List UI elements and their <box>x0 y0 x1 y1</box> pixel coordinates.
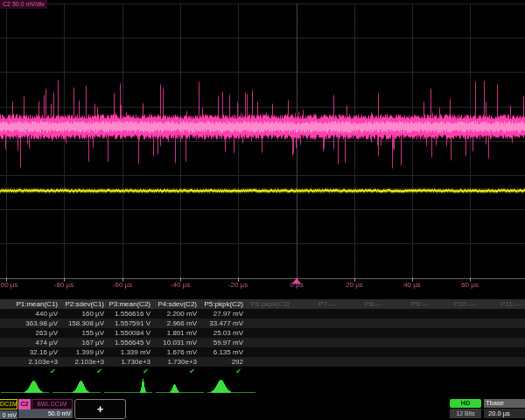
measurement-value: 27.97 mV <box>200 310 246 318</box>
measurement-value: 1.556645 V <box>107 339 153 346</box>
measurement-value: 1.730e+3 <box>153 358 200 366</box>
measurement-header[interactable]: P8:--- <box>339 300 385 308</box>
timebase-value: 20.0 µs <box>484 409 525 418</box>
channel-descriptor-c1[interactable]: DC1M 0 mV <box>0 399 18 419</box>
descriptor-bar: DC1M 0 mV C2 BWL DC1M 50.0 mV + HD 12 Bi… <box>0 398 525 420</box>
measurement-value: 2.200 mV <box>153 310 200 318</box>
measurement-value: 1.550084 V <box>107 329 153 337</box>
measurement-histicons[interactable] <box>0 377 525 396</box>
time-axis-label: -20 µs <box>228 281 248 289</box>
time-axis-label: -80 µs <box>54 281 74 289</box>
timebase-label: Tbase <box>484 399 525 408</box>
c2-coupling-label: BWL DC1M <box>32 399 73 410</box>
measurement-value: 363.98 µV <box>14 319 60 327</box>
measurement-value: 440 µV <box>14 310 60 318</box>
measurement-value: 6.135 mV <box>200 348 246 356</box>
measurement-value: 2.966 mV <box>153 319 200 327</box>
measurement-header[interactable]: P3:mean(C2) <box>107 300 153 308</box>
measurement-value: 25.03 mV <box>200 329 246 337</box>
measurement-value: 2.103e+3 <box>14 358 60 366</box>
measurement-value: 32.16 µV <box>14 348 60 356</box>
time-axis-label: 0 µs <box>290 281 303 289</box>
measurement-header[interactable]: P10:--- <box>431 300 478 308</box>
measurement-value: 1.339 mV <box>107 348 153 356</box>
add-trace-button[interactable]: + <box>74 399 126 419</box>
waveform-display[interactable] <box>0 0 525 292</box>
hd-badge: HD <box>450 399 481 408</box>
hd-mode-indicator[interactable]: HD 12 Bits <box>450 399 481 418</box>
measurement-header[interactable]: P6:pkpk(C3) <box>246 300 292 308</box>
measurement-header[interactable]: P5:pkpk(C2) <box>200 300 246 308</box>
timebase-descriptor[interactable]: Tbase 20.0 µs <box>484 399 525 418</box>
oscilloscope-screen: C2 50.0 mV/div -100 µs-80 µs-60 µs-40 µs… <box>0 0 525 420</box>
time-axis: -100 µs-80 µs-60 µs-40 µs-20 µs0 µs20 µs… <box>0 281 525 291</box>
measurement-value: 155 µV <box>60 329 107 337</box>
time-axis-label: -60 µs <box>113 281 132 289</box>
time-axis-label: 40 µs <box>403 281 421 289</box>
time-axis-label: -40 µs <box>171 281 190 289</box>
measurement-value: 59.97 mV <box>200 339 246 346</box>
c2-volts-per-div: 50.0 mV <box>18 410 73 418</box>
time-axis-label: -100 µs <box>0 281 18 289</box>
measurement-value: 10.031 mV <box>153 339 200 346</box>
measurement-status-check: ✔ <box>200 368 246 375</box>
active-trace-annotation: C2 50.0 mV/div <box>0 0 47 9</box>
measurement-header[interactable]: P2:sdev(C1) <box>60 300 107 308</box>
measurement-value: 1.891 mV <box>153 329 200 337</box>
measurement-status-check: ✔ <box>153 368 200 375</box>
measurement-value: 160 µV <box>60 310 107 318</box>
measurement-value: 33.477 mV <box>200 319 246 327</box>
time-axis-label: 20 µs <box>346 281 363 289</box>
measurement-value: 167 µV <box>60 339 107 346</box>
measurement-value: 1.730e+3 <box>107 358 153 366</box>
measurement-header[interactable]: P11:--- <box>478 300 524 308</box>
time-axis-label: 60 µs <box>461 281 479 289</box>
measurement-header[interactable]: P4:sdev(C2) <box>153 300 200 308</box>
measurement-header[interactable]: P1:mean(C1) <box>14 300 60 308</box>
measurement-value: 1.399 µV <box>60 348 107 356</box>
c1-coupling-label: DC1M <box>0 399 18 410</box>
measurement-value: 292 <box>200 358 246 366</box>
measurement-table[interactable]: P1:mean(C1)P2:sdev(C1)P3:mean(C2)P4:sdev… <box>0 299 525 376</box>
measurement-value: 263 µV <box>14 329 60 337</box>
measurement-status-check: ✔ <box>14 368 60 375</box>
measurement-value: 2.103e+3 <box>60 358 107 366</box>
hd-bits-label: 12 Bits <box>450 409 481 418</box>
measurement-header[interactable]: P9:--- <box>385 300 431 308</box>
measurement-header[interactable]: P7:--- <box>292 300 339 308</box>
measurement-status-check: ✔ <box>60 368 107 375</box>
measurement-value: 1.676 mV <box>153 348 200 356</box>
measurement-status-check: ✔ <box>107 368 153 375</box>
channel-descriptor-c2[interactable]: C2 BWL DC1M 50.0 mV <box>18 399 73 419</box>
measurement-value: 1.556616 V <box>107 310 153 318</box>
c1-volts-per-div: 0 mV <box>0 410 18 419</box>
c2-channel-badge: C2 <box>18 399 31 410</box>
measurement-value: 1.557591 V <box>107 319 153 327</box>
measurement-value: 474 µV <box>14 339 60 346</box>
measurement-value: 158.308 µV <box>60 319 107 327</box>
